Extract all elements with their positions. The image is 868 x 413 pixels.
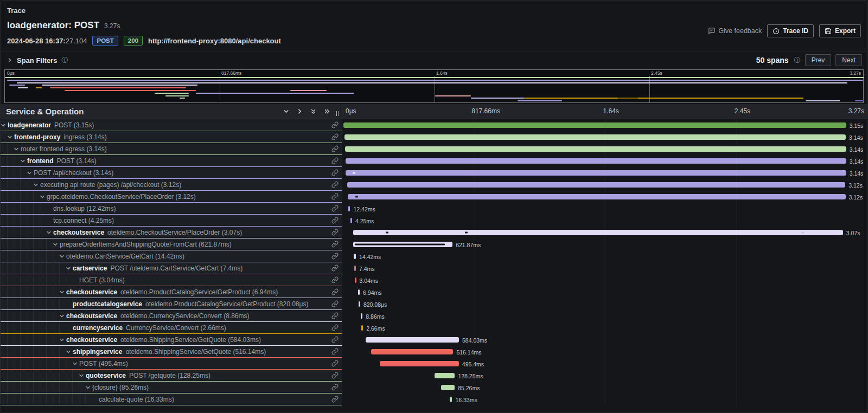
collapse-chevron-icon[interactable] xyxy=(59,254,66,259)
span-link-icon[interactable] xyxy=(331,181,339,188)
span-link-icon[interactable] xyxy=(331,217,339,224)
span-name-cell[interactable]: POST (495.4ms) xyxy=(1,358,342,370)
span-name-cell[interactable]: cartservicePOST /oteldemo.CartService/Ge… xyxy=(1,262,342,274)
span-duration-bar[interactable] xyxy=(348,194,845,199)
span-name-cell[interactable]: oteldemo.CartService/GetCart (14.42ms) xyxy=(1,250,342,262)
collapse-chevron-icon[interactable] xyxy=(85,385,92,390)
span-link-icon[interactable] xyxy=(331,229,339,236)
span-link-icon[interactable] xyxy=(331,145,339,152)
collapse-chevron-icon[interactable] xyxy=(53,242,60,247)
span-name-cell[interactable]: router frontend egress (3.14s) xyxy=(1,143,342,155)
span-name-cell[interactable]: HGET (3.04ms) xyxy=(1,274,342,286)
span-link-icon[interactable] xyxy=(331,300,339,307)
span-link-icon[interactable] xyxy=(331,133,339,140)
span-duration-bar[interactable] xyxy=(354,254,356,259)
span-name-cell[interactable]: checkoutserviceoteldemo.ShippingService/… xyxy=(1,334,342,346)
span-name-cell[interactable]: quoteservicePOST /getquote (128.25ms) xyxy=(1,370,342,382)
span-filters-label[interactable]: Span Filters xyxy=(17,56,57,64)
collapse-chevron-icon[interactable] xyxy=(79,373,86,378)
span-duration-bar[interactable] xyxy=(353,230,843,235)
collapse-chevron-icon[interactable] xyxy=(27,170,34,176)
span-duration-bar[interactable] xyxy=(361,313,362,319)
span-link-icon[interactable] xyxy=(331,360,339,367)
trace-id-button[interactable]: Trace ID xyxy=(767,24,814,37)
collapse-chevron-icon[interactable] xyxy=(33,182,40,188)
span-name-cell[interactable]: POST /api/checkout (3.14s) xyxy=(1,167,342,179)
collapse-chevron-icon[interactable] xyxy=(46,230,53,235)
collapse-one-icon[interactable] xyxy=(283,108,289,114)
span-name-cell[interactable]: executing api route (pages) /api/checkou… xyxy=(1,179,342,191)
span-duration-bar[interactable] xyxy=(343,122,846,128)
span-duration-bar[interactable] xyxy=(380,361,459,366)
span-link-icon[interactable] xyxy=(331,288,339,295)
span-link-icon[interactable] xyxy=(331,336,339,343)
span-name-cell[interactable]: frontend-proxyingress (3.14s) xyxy=(1,131,342,143)
collapse-chevron-icon[interactable] xyxy=(40,194,47,199)
span-link-icon[interactable] xyxy=(331,312,339,319)
span-name-cell[interactable]: loadgeneratorPOST (3.15s) xyxy=(1,119,342,131)
collapse-chevron-icon[interactable] xyxy=(59,337,66,343)
span-duration-bar[interactable] xyxy=(441,385,455,390)
span-name-cell[interactable]: checkoutserviceoteldemo.ProductCatalogSe… xyxy=(1,286,342,298)
span-name-cell[interactable]: grpc.oteldemo.CheckoutService/PlaceOrder… xyxy=(1,191,342,203)
give-feedback-link[interactable]: Give feedback xyxy=(708,27,762,35)
span-name-cell[interactable]: currencyserviceCurrencyService/Convert (… xyxy=(1,322,342,334)
span-name-cell[interactable]: tcp.connect (4.25ms) xyxy=(1,215,342,227)
span-duration-bar[interactable] xyxy=(366,337,459,343)
collapse-chevron-icon[interactable] xyxy=(66,266,73,271)
span-duration-bar[interactable] xyxy=(435,373,455,378)
span-duration-bar[interactable] xyxy=(354,266,356,271)
expand-one-icon[interactable] xyxy=(297,108,303,114)
span-duration-bar[interactable] xyxy=(361,325,363,331)
span-link-icon[interactable] xyxy=(331,264,339,272)
collapse-chevron-icon[interactable] xyxy=(66,349,73,354)
span-duration-bar[interactable] xyxy=(450,397,452,402)
span-name-cell[interactable]: checkoutserviceoteldemo.CheckoutService/… xyxy=(1,227,342,238)
prev-button[interactable]: Prev xyxy=(805,54,832,66)
chevron-right-icon[interactable] xyxy=(7,57,12,63)
span-duration-bar[interactable] xyxy=(353,242,452,247)
span-name-cell[interactable]: dns.lookup (12.42ms) xyxy=(1,203,342,215)
span-link-icon[interactable] xyxy=(331,205,339,212)
span-link-icon[interactable] xyxy=(331,348,339,355)
span-link-icon[interactable] xyxy=(331,253,339,260)
span-link-icon[interactable] xyxy=(331,169,339,176)
span-link-icon[interactable] xyxy=(331,324,339,331)
span-name-cell[interactable]: prepareOrderItemsAndShippingQuoteFromCar… xyxy=(1,238,342,250)
span-duration-bar[interactable] xyxy=(348,206,350,211)
span-link-icon[interactable] xyxy=(331,241,339,248)
span-link-icon[interactable] xyxy=(331,396,339,403)
span-duration-bar[interactable] xyxy=(345,146,846,152)
next-button[interactable]: Next xyxy=(835,54,862,66)
export-button[interactable]: Export xyxy=(819,24,861,37)
span-link-icon[interactable] xyxy=(331,193,339,200)
collapse-chevron-icon[interactable] xyxy=(7,134,14,140)
span-link-icon[interactable] xyxy=(331,157,339,164)
collapse-chevron-icon[interactable] xyxy=(20,158,27,164)
minimap-waterfall[interactable] xyxy=(5,76,863,102)
span-duration-bar[interactable] xyxy=(346,170,846,176)
span-name-cell[interactable]: shippingserviceoteldemo.ShippingService/… xyxy=(1,346,342,358)
span-link-icon[interactable] xyxy=(331,372,339,379)
span-link-icon[interactable] xyxy=(331,384,339,391)
span-duration-bar[interactable] xyxy=(347,182,845,188)
span-duration-bar[interactable] xyxy=(346,158,846,164)
span-name-cell[interactable]: frontendPOST (3.14s) xyxy=(1,155,342,167)
span-duration-bar[interactable] xyxy=(344,134,846,140)
span-link-icon[interactable] xyxy=(331,276,339,283)
trace-minimap[interactable]: 0μs817.66ms1.64s2.45s3.27s xyxy=(4,69,864,103)
span-name-cell[interactable]: productcatalogserviceoteldemo.ProductCat… xyxy=(1,298,342,310)
span-duration-bar[interactable] xyxy=(359,301,360,307)
span-name-cell[interactable]: calculate-quote (16.33ms) xyxy=(1,393,342,405)
span-duration-bar[interactable] xyxy=(358,289,360,295)
expand-all-icon[interactable] xyxy=(324,108,330,114)
collapse-chevron-icon[interactable] xyxy=(1,122,8,128)
span-name-cell[interactable]: checkoutserviceoteldemo.CurrencyService/… xyxy=(1,310,342,322)
span-duration-bar[interactable] xyxy=(350,218,352,223)
span-link-icon[interactable] xyxy=(331,121,339,128)
collapse-chevron-icon[interactable] xyxy=(14,146,21,152)
collapse-chevron-icon[interactable] xyxy=(59,289,66,295)
collapse-all-icon[interactable] xyxy=(310,108,316,115)
panel-resize-handle[interactable] xyxy=(336,111,339,116)
span-duration-bar[interactable] xyxy=(371,349,454,354)
